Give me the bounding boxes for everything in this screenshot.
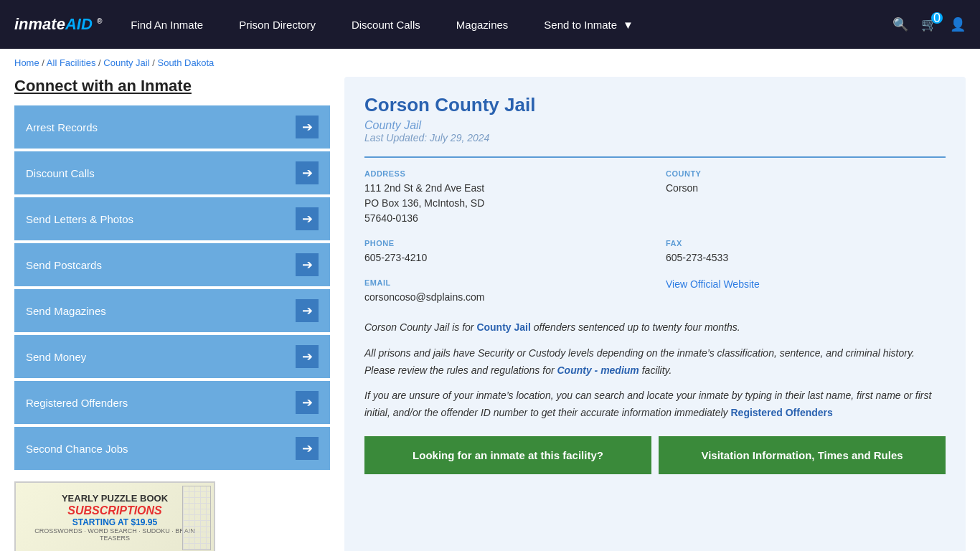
sidebar: Connect with an Inmate Arrest Records ➔ …	[14, 77, 330, 551]
phone-value: 605-273-4210	[364, 250, 644, 265]
sidebar-item-second-chance-jobs[interactable]: Second Chance Jobs ➔	[14, 427, 330, 470]
visitation-info-button[interactable]: Visitation Information, Times and Rules	[659, 436, 946, 474]
nav-prison-directory[interactable]: Prison Directory	[239, 19, 316, 31]
main-nav: Find An Inmate Prison Directory Discount…	[131, 19, 892, 31]
county-medium-link[interactable]: County - medium	[557, 364, 639, 376]
email-label: EMAIL	[364, 278, 644, 287]
search-icon[interactable]: 🔍	[892, 17, 908, 32]
fax-value: 605-273-4533	[666, 250, 946, 265]
breadcrumb-state[interactable]: South Dakota	[157, 57, 214, 68]
county-value: Corson	[666, 181, 946, 196]
address-block: ADDRESS 111 2nd St & 2nd Ave East PO Box…	[364, 169, 644, 226]
sidebar-item-registered-offenders[interactable]: Registered Offenders ➔	[14, 381, 330, 424]
sidebar-item-send-letters[interactable]: Send Letters & Photos ➔	[14, 197, 330, 240]
nav-discount-calls[interactable]: Discount Calls	[352, 19, 420, 31]
sidebar-item-send-money[interactable]: Send Money ➔	[14, 335, 330, 378]
bottom-buttons: Looking for an inmate at this facility? …	[364, 436, 946, 474]
fax-block: FAX 605-273-4533	[666, 239, 946, 265]
breadcrumb-home[interactable]: Home	[14, 57, 39, 68]
breadcrumb: Home / All Facilities / County Jail / So…	[0, 49, 980, 77]
facility-content: Corson County Jail County Jail Last Upda…	[344, 77, 966, 551]
facility-updated: Last Updated: July 29, 2024	[364, 132, 946, 143]
arrow-icon: ➔	[296, 437, 319, 460]
email-value: corsoncoso@sdplains.com	[364, 290, 644, 305]
description-1: Corson County Jail is for County Jail of…	[364, 319, 946, 336]
arrow-icon: ➔	[296, 253, 319, 276]
ad-line2: SUBSCRIPTIONS	[22, 504, 208, 517]
facility-title: Corson County Jail	[364, 94, 946, 116]
arrow-icon: ➔	[296, 391, 319, 414]
logo[interactable]: inmateAID ®	[14, 15, 102, 34]
county-label: COUNTY	[666, 169, 946, 178]
facility-type: County Jail	[364, 119, 946, 132]
find-inmate-button[interactable]: Looking for an inmate at this facility?	[364, 436, 651, 474]
arrow-icon: ➔	[296, 299, 319, 322]
nav-find-inmate[interactable]: Find An Inmate	[131, 19, 203, 31]
ad-line4: CROSSWORDS · WORD SEARCH · SUDOKU · BRAI…	[22, 527, 208, 542]
ad-line3: STARTING AT $19.95	[22, 517, 208, 527]
main-header: inmateAID ® Find An Inmate Prison Direct…	[0, 0, 980, 49]
user-icon[interactable]: 👤	[950, 17, 966, 32]
header-icons: 🔍 🛒 0 👤	[892, 17, 966, 32]
registered-offenders-link[interactable]: Registered Offenders	[730, 407, 832, 418]
sidebar-title: Connect with an Inmate	[14, 77, 330, 95]
logo-inmate-text: inmate	[14, 15, 65, 33]
arrow-icon: ➔	[296, 207, 319, 230]
dropdown-chevron-icon: ▼	[623, 19, 633, 31]
ad-line1: YEARLY PUZZLE BOOK	[22, 493, 208, 504]
cart-badge: 0	[931, 12, 943, 24]
arrow-icon: ➔	[296, 345, 319, 368]
website-link[interactable]: View Official Website	[666, 278, 760, 290]
phone-block: PHONE 605-273-4210	[364, 239, 644, 265]
fax-label: FAX	[666, 239, 946, 248]
main-layout: Connect with an Inmate Arrest Records ➔ …	[0, 77, 980, 551]
nav-send-to-inmate[interactable]: Send to Inmate ▼	[544, 19, 633, 31]
county-block: COUNTY Corson	[666, 169, 946, 226]
breadcrumb-all-facilities[interactable]: All Facilities	[47, 57, 96, 68]
sidebar-item-arrest-records[interactable]: Arrest Records ➔	[14, 105, 330, 149]
phone-label: PHONE	[364, 239, 644, 248]
address-label: ADDRESS	[364, 169, 644, 178]
logo-aid-text: AID	[65, 15, 93, 33]
cart-icon[interactable]: 🛒 0	[921, 17, 937, 32]
breadcrumb-county-jail[interactable]: County Jail	[103, 57, 149, 68]
description-3: If you are unsure of your inmate’s locat…	[364, 387, 946, 422]
email-block: EMAIL corsoncoso@sdplains.com	[364, 278, 644, 305]
sidebar-item-discount-calls[interactable]: Discount Calls ➔	[14, 151, 330, 194]
arrow-icon: ➔	[296, 116, 319, 138]
county-jail-link[interactable]: County Jail	[476, 321, 530, 333]
sidebar-advertisement[interactable]: YEARLY PUZZLE BOOK SUBSCRIPTIONS STARTIN…	[14, 481, 215, 551]
nav-magazines[interactable]: Magazines	[456, 19, 509, 31]
facility-info-grid: ADDRESS 111 2nd St & 2nd Ave East PO Box…	[364, 156, 946, 305]
website-block: View Official Website	[666, 278, 946, 305]
sidebar-item-send-postcards[interactable]: Send Postcards ➔	[14, 243, 330, 286]
address-value: 111 2nd St & 2nd Ave East PO Box 136, Mc…	[364, 181, 644, 226]
arrow-icon: ➔	[296, 161, 319, 184]
description-2: All prisons and jails have Security or C…	[364, 345, 946, 380]
sidebar-item-send-magazines[interactable]: Send Magazines ➔	[14, 289, 330, 332]
puzzle-graphic	[182, 486, 211, 550]
